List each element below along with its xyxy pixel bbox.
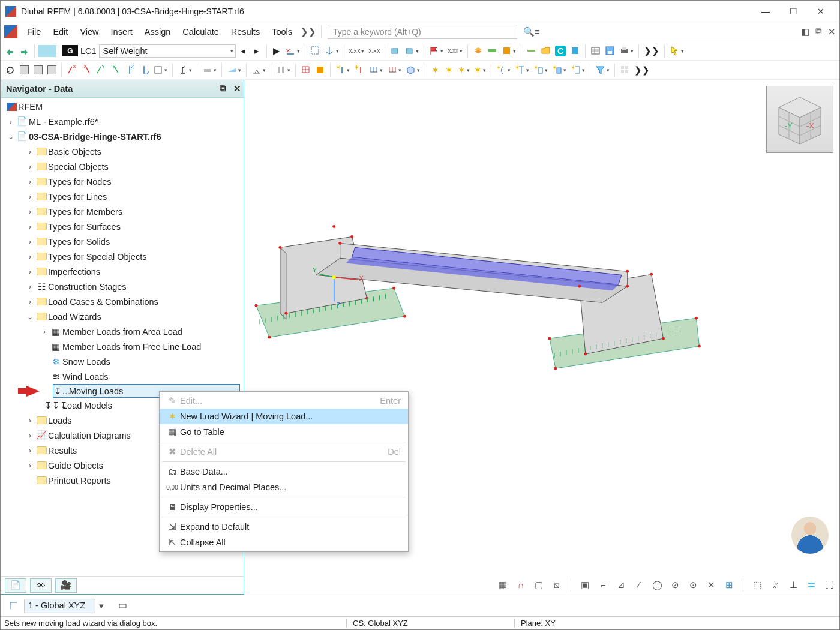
axis-neg-y-icon[interactable]: -Y	[108, 64, 122, 77]
search-button[interactable]: 🔍≡	[521, 25, 542, 38]
star4-icon[interactable]: ✶▾	[472, 64, 488, 77]
menu-overflow-icon[interactable]: ❯❯	[298, 27, 319, 37]
tree-load-cases[interactable]: Load Cases & Combinations	[48, 297, 158, 307]
panel-close-icon[interactable]: ✕	[828, 27, 836, 37]
view-side-icon[interactable]	[45, 64, 58, 77]
load-point-icon[interactable]: ✶	[352, 64, 366, 77]
grid2-icon[interactable]	[618, 64, 632, 77]
menu-edit[interactable]: Edit	[47, 26, 74, 38]
tool-cube2-icon[interactable]: ▾	[403, 44, 421, 58]
menu-file[interactable]: File	[21, 26, 47, 38]
snap-center-icon[interactable]: ⊙	[686, 578, 700, 592]
snap-ortho-icon[interactable]: ⊥	[787, 578, 800, 592]
view-more-icon[interactable]: ▾	[151, 64, 169, 77]
tool-print-icon[interactable]: ▾	[617, 44, 635, 58]
tree-root[interactable]: RFEM	[18, 102, 43, 112]
menu-calculate[interactable]: Calculate	[176, 26, 224, 38]
tree-basic-objects[interactable]: Basic Objects	[48, 147, 101, 157]
ctx-go-to-table[interactable]: ▦Go to Table	[160, 424, 408, 440]
tree-results[interactable]: Results	[48, 446, 77, 455]
tool-xxx2-icon[interactable]: x.x̄x	[367, 44, 382, 58]
snap-beam-icon[interactable]: 〓	[805, 578, 818, 592]
color-swatch-1[interactable]	[38, 45, 56, 57]
tool-bridge-icon[interactable]	[485, 44, 499, 58]
navigator-pin-icon[interactable]: ⧉	[216, 82, 229, 95]
menu-assign[interactable]: Assign	[139, 26, 177, 38]
axis-z-icon[interactable]: Z	[122, 64, 136, 77]
snap-dashrect-icon[interactable]: ⬚	[751, 578, 764, 592]
close-button[interactable]: ✕	[807, 2, 835, 20]
tree-load-wizards[interactable]: Load Wizards	[48, 312, 101, 322]
snap-grid2-icon[interactable]: ⊞	[722, 578, 736, 592]
tool-redo-icon[interactable]	[17, 44, 31, 58]
snap-rect-icon[interactable]: ▢	[532, 578, 545, 592]
tool-axis-icon[interactable]: ▾	[323, 44, 341, 58]
ctx-new-load-wizard[interactable]: ✶New Load Wizard | Moving Load...	[160, 409, 408, 424]
expand-icon[interactable]: ›	[6, 118, 16, 126]
tree-calc-diagrams[interactable]: Calculation Diagrams	[48, 431, 131, 440]
snap-diag-icon[interactable]: ⧅	[550, 578, 563, 592]
ctx-collapse[interactable]: ⇱Collapse All	[160, 535, 408, 550]
render-solid-icon[interactable]: ▾	[200, 64, 218, 77]
refresh-icon[interactable]	[3, 64, 17, 77]
tree-file-1[interactable]: 03-CSA-Bridge-Hinge-START.rf6	[29, 132, 161, 142]
snap-magnet-icon[interactable]: ∩	[514, 578, 527, 592]
imp5-icon[interactable]: ✶▾	[569, 64, 587, 77]
axis-neg-z-icon[interactable]: -Z	[137, 64, 151, 77]
tool-layers-icon[interactable]	[471, 44, 485, 58]
ctx-display-properties[interactable]: 🖥Display Properties...	[160, 499, 408, 515]
view-iso-icon[interactable]	[17, 64, 31, 77]
tool-undo-icon[interactable]	[3, 44, 17, 58]
tree-construction-stages[interactable]: Construction Stages	[48, 282, 127, 292]
tool-box-icon[interactable]	[568, 44, 582, 58]
star3-icon[interactable]: ✶▾	[456, 64, 472, 77]
tool-xxx1-icon[interactable]: x.x̄x▾	[347, 44, 367, 58]
toolbar1-overflow-icon[interactable]: ❯❯	[642, 44, 661, 58]
ctx-base-data[interactable]: 🗂Base Data...	[160, 464, 408, 479]
supports-icon[interactable]: ▾	[250, 64, 268, 77]
tree-wind-loads[interactable]: Wind Loads	[62, 372, 109, 382]
load-new-icon[interactable]: ✶▾	[334, 64, 352, 77]
tool-select-icon[interactable]	[308, 44, 322, 58]
tree-types-special[interactable]: Types for Special Objects	[48, 252, 146, 262]
axis-x-icon[interactable]: X	[65, 64, 79, 77]
tool-wall-icon[interactable]: ▾	[500, 44, 518, 58]
tree-types-solids[interactable]: Types for Solids	[48, 237, 110, 247]
menu-insert[interactable]: Insert	[105, 26, 139, 38]
star1-icon[interactable]: ✶	[428, 64, 442, 77]
tool-open-icon[interactable]	[539, 44, 553, 58]
next-case-button[interactable]: ▸	[250, 44, 263, 58]
render-surface-icon[interactable]: ▾	[225, 64, 243, 77]
navigator-close-icon[interactable]: ✕	[230, 82, 244, 95]
tree-types-lines[interactable]: Types for Lines	[48, 192, 107, 202]
snap-perp-icon[interactable]: ⊿	[614, 578, 628, 592]
panel-popout-icon[interactable]: ⧉	[815, 26, 822, 37]
load-line-icon[interactable]: ▾	[367, 64, 385, 77]
tool-flag-icon[interactable]: ▾	[427, 44, 445, 58]
star2-icon[interactable]: ✶	[442, 64, 455, 77]
ctx-units[interactable]: 0,00Units and Decimal Places...	[160, 479, 408, 495]
cs-select[interactable]: 1 - Global XYZ	[24, 599, 95, 613]
load-case-select[interactable]: Self Weight▾	[99, 44, 236, 58]
snap-end-icon[interactable]: ▣	[578, 578, 592, 592]
tree-loads[interactable]: Loads	[48, 416, 72, 425]
snap-grid-icon[interactable]: ▦	[496, 578, 509, 592]
snap-tangent-icon[interactable]: ⊘	[668, 578, 682, 592]
workplane-icon[interactable]	[116, 599, 130, 613]
snap-circle-icon[interactable]: ◯	[650, 578, 664, 592]
tool-save-icon[interactable]	[603, 44, 617, 58]
keyword-search[interactable]: Type a keyword (Alt+Q)	[328, 25, 517, 39]
nav-tab-views[interactable]: 🎥	[55, 578, 77, 593]
imp2-icon[interactable]: ✶▾	[513, 64, 531, 77]
axis-y-icon[interactable]: Y	[94, 64, 107, 77]
collapse-icon[interactable]: ⌄	[6, 133, 16, 141]
prev-case-button[interactable]: ◂	[236, 44, 250, 58]
tool-table-icon[interactable]	[589, 44, 602, 58]
tree-guide-objects[interactable]: Guide Objects	[48, 461, 103, 470]
ctx-expand[interactable]: ⇲Expand to Default	[160, 519, 408, 535]
tree-snow-loads[interactable]: Snow Loads	[62, 357, 110, 367]
nav-tab-display[interactable]: 👁	[30, 578, 52, 593]
load-case-letter[interactable]: G	[62, 45, 78, 56]
user-avatar[interactable]	[791, 517, 829, 554]
tool-cube1-icon[interactable]	[388, 44, 402, 58]
